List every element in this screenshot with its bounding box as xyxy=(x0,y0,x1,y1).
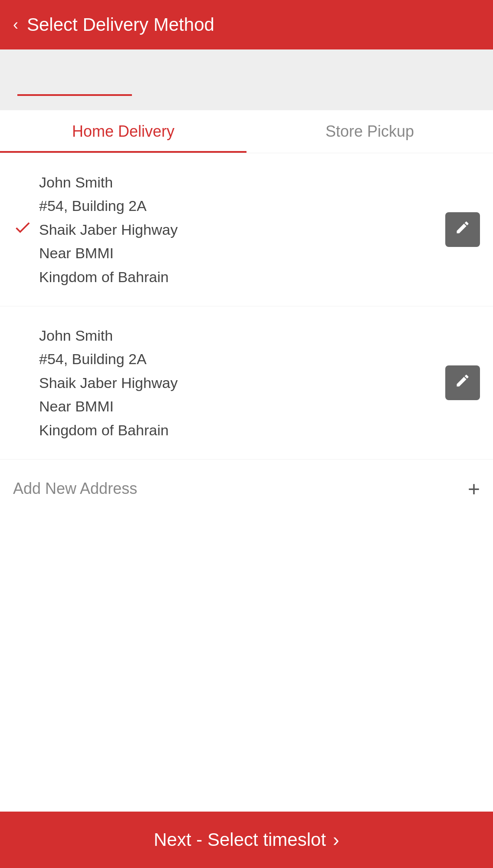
step-case[interactable] xyxy=(361,65,476,95)
delivery-tabs: Home Delivery Store Pickup xyxy=(0,110,493,153)
next-button[interactable]: Next - Select timeslot › xyxy=(0,812,493,868)
address-text-2: John Smith #54, Building 2A Shaik Jaber … xyxy=(39,324,437,442)
edit-button-1[interactable] xyxy=(445,212,480,247)
chevron-right-icon: › xyxy=(333,829,339,851)
header: ‹ Select Delivery Method xyxy=(0,0,493,49)
pencil-icon-2 xyxy=(455,373,470,392)
back-button[interactable]: ‹ xyxy=(13,16,18,34)
step-clock[interactable] xyxy=(132,65,246,95)
spacer xyxy=(0,665,493,812)
next-button-label: Next - Select timeslot xyxy=(154,829,326,850)
step-location[interactable] xyxy=(17,64,132,96)
address-item-2[interactable]: John Smith #54, Building 2A Shaik Jaber … xyxy=(0,306,493,460)
address-item-1[interactable]: John Smith #54, Building 2A Shaik Jaber … xyxy=(0,153,493,306)
tab-home-delivery[interactable]: Home Delivery xyxy=(0,110,246,153)
address-text-1: John Smith #54, Building 2A Shaik Jaber … xyxy=(39,171,437,289)
add-address-label: Add New Address xyxy=(13,480,137,498)
header-title: Select Delivery Method xyxy=(27,14,214,35)
add-address-row[interactable]: Add New Address + xyxy=(0,460,493,518)
tab-store-pickup[interactable]: Store Pickup xyxy=(246,110,493,153)
address-list: John Smith #54, Building 2A Shaik Jaber … xyxy=(0,153,493,665)
pencil-icon-1 xyxy=(455,220,470,239)
step-card[interactable] xyxy=(246,65,361,95)
plus-icon: + xyxy=(468,477,480,501)
selected-check-icon xyxy=(13,218,39,241)
progress-steps xyxy=(0,49,493,110)
edit-button-2[interactable] xyxy=(445,365,480,400)
